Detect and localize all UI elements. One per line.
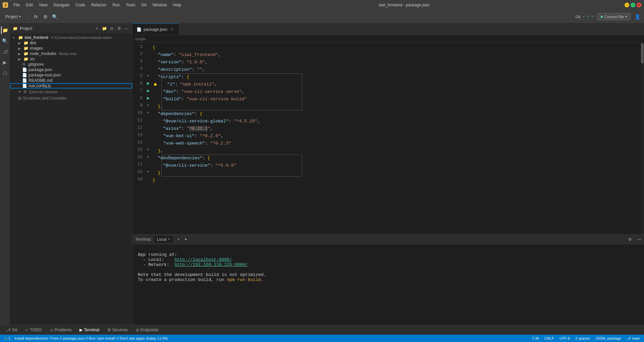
new-folder-btn[interactable]: 📁: [101, 25, 107, 32]
gutter-icon-15[interactable]: ▼: [145, 146, 151, 153]
code-line-11[interactable]: "@vue/cli-service-global": "^4.5.19",: [153, 118, 641, 125]
maximize-button[interactable]: □: [631, 3, 635, 7]
sidebar-item-images[interactable]: ▶ 📁 images: [10, 46, 132, 51]
sidebar-item-package-lock[interactable]: 📄 package-lock.json: [10, 72, 132, 78]
sidebar-item-package-json[interactable]: 📄 package.json: [10, 67, 132, 72]
code-line-7[interactable]: "dev": "vue-cli-service serve",: [153, 88, 641, 96]
menu-bar[interactable]: FileEditViewNavigateCodeRefactorRunTools…: [11, 2, 184, 8]
scratches-and-consoles[interactable]: ⊞ Scratches and Consoles: [10, 95, 132, 102]
minimize-button[interactable]: ─: [625, 3, 629, 7]
settings-icon[interactable]: ⚙: [41, 13, 49, 21]
search-activity-icon[interactable]: 🔍: [1, 37, 9, 45]
project-selector[interactable]: Project ▾: [3, 13, 23, 20]
status-line-ending[interactable]: CRLF: [543, 336, 555, 340]
menu-item-run[interactable]: Run: [110, 2, 122, 8]
gutter-icon-7[interactable]: ▶: [145, 87, 151, 94]
gutter-icon-10[interactable]: ▼: [145, 109, 151, 116]
external-libraries[interactable]: ⊞ External Libraries: [10, 89, 132, 95]
sidebar-item-dist[interactable]: ▶ 📁 dist: [10, 40, 132, 46]
code-line-16[interactable]: "devDependencies": {: [153, 155, 641, 162]
terminal-tab-close[interactable]: ✕: [168, 237, 170, 241]
code-line-10[interactable]: "dependencies": {: [153, 110, 641, 118]
bottom-nav-item-todo[interactable]: ✓TODO: [22, 327, 45, 333]
gutter-icon-5[interactable]: ▼: [145, 72, 151, 79]
settings-btn[interactable]: ⚙: [116, 25, 122, 32]
code-line-8[interactable]: "build": "vue-cli-service build": [153, 96, 641, 103]
network-url-link[interactable]: http://192.168.110.225:8080/: [174, 262, 248, 267]
code-line-6[interactable]: "i": "npm install",: [153, 81, 641, 88]
window-controls[interactable]: ─ □ ✕: [625, 3, 641, 7]
code-line-12[interactable]: "axios": "^0.21.1",: [153, 125, 641, 132]
fold-icon[interactable]: ▼: [147, 148, 150, 151]
fold-icon[interactable]: ▼: [147, 155, 150, 159]
bottom-nav-item-endpoints[interactable]: ◎Endpoints: [132, 327, 162, 333]
code-line-5[interactable]: "scripts": {: [153, 73, 641, 81]
terminal-minimize-button[interactable]: —: [637, 237, 641, 242]
bottom-nav-item-services[interactable]: ⚙Services: [104, 327, 131, 333]
sidebar-item-src[interactable]: ▶ 📁 src: [10, 56, 132, 62]
menu-item-window[interactable]: Window: [150, 2, 170, 8]
menu-item-view[interactable]: View: [36, 2, 50, 8]
code-line-3[interactable]: "version": "1.0.0",: [153, 59, 641, 66]
bottom-nav-item-terminal[interactable]: ▶Terminal: [76, 327, 102, 333]
search-icon[interactable]: 🔍: [51, 13, 59, 21]
terminal-add-button[interactable]: +: [176, 236, 181, 242]
run-line-icon[interactable]: ▶: [147, 89, 150, 93]
status-file-type[interactable]: JSON: package: [594, 336, 623, 340]
sync-icon[interactable]: ⟳: [32, 13, 40, 21]
new-file-btn[interactable]: +: [94, 25, 100, 32]
sidebar-item-readme[interactable]: 📄 README.md: [10, 78, 132, 83]
user-icon[interactable]: 👤: [633, 13, 641, 21]
fold-icon[interactable]: ▼: [147, 104, 150, 107]
terminal-more-button[interactable]: ▾: [183, 236, 188, 242]
close-button[interactable]: ✕: [637, 3, 641, 7]
status-indent[interactable]: 2 spaces: [574, 336, 591, 340]
code-line-4[interactable]: "description": "",: [153, 66, 641, 73]
gutter-icon-18[interactable]: ▼: [145, 168, 151, 175]
code-editor[interactable]: 12345▼6▶7▶8▶9▼10▼1112131415▼16▼1718▼19 {…: [132, 43, 644, 234]
code-line-18[interactable]: }: [153, 169, 641, 177]
code-line-17[interactable]: "@vue/cli-service": "^5.0.8": [153, 162, 641, 169]
fold-icon[interactable]: ▼: [147, 111, 150, 114]
code-line-14[interactable]: "vue-web-speech": "^0.2.3": [153, 140, 641, 147]
menu-item-file[interactable]: File: [11, 2, 22, 8]
menu-item-code[interactable]: Code: [73, 2, 88, 8]
code-lines[interactable]: { "name": "siwi_frontend", "version": "1…: [151, 43, 641, 234]
collapse-all-btn[interactable]: ⊖: [109, 25, 115, 32]
run-line-icon[interactable]: ▶: [147, 96, 150, 100]
sidebar-item-vue-config[interactable]: 📄 vue.config.js: [10, 83, 132, 89]
status-encoding[interactable]: UTF-8: [558, 336, 571, 340]
editor-tab-package-json[interactable]: 📄 package.json ✕: [132, 23, 179, 35]
bottom-nav-item-git[interactable]: ⎇Git: [3, 327, 20, 333]
scrollbar-thumb[interactable]: [641, 43, 644, 63]
gutter-icon-6[interactable]: ▶: [145, 79, 151, 87]
gutter-icon-9[interactable]: ▼: [145, 102, 151, 109]
code-line-19[interactable]: }: [153, 177, 641, 184]
git-activity-icon[interactable]: ⎇: [1, 48, 9, 56]
status-position[interactable]: 7:36: [531, 336, 540, 340]
bottom-nav-item-problems[interactable]: ⚠Problems: [46, 327, 75, 333]
tab-close-button[interactable]: ✕: [169, 27, 175, 32]
fold-icon[interactable]: ▼: [147, 74, 150, 77]
code-line-15[interactable]: },: [153, 147, 641, 155]
sidebar-item-node-modules[interactable]: ▶ 📁 node_modules library root: [10, 51, 132, 56]
gutter-icon-16[interactable]: ▼: [145, 153, 151, 161]
status-warning[interactable]: ⚠ 1: [3, 336, 12, 341]
sidebar-actions[interactable]: + 📁 ⊖ ⚙ —: [94, 25, 129, 32]
gutter-icon-8[interactable]: ▶: [145, 94, 151, 102]
menu-item-git[interactable]: Git: [139, 2, 149, 8]
menu-item-help[interactable]: Help: [170, 2, 184, 8]
menu-item-navigate[interactable]: Navigate: [51, 2, 72, 8]
status-branch[interactable]: ⎇ main: [625, 336, 641, 341]
extensions-activity-icon[interactable]: ⬡: [1, 69, 9, 77]
menu-item-edit[interactable]: Edit: [23, 2, 36, 8]
menu-item-refactor[interactable]: Refactor: [89, 2, 109, 8]
code-line-2[interactable]: "name": "siwi_frontend",: [153, 51, 641, 59]
sidebar-item-gitignore[interactable]: ⚙ .gitignore: [10, 62, 132, 67]
fold-icon[interactable]: ▼: [147, 170, 150, 173]
code-line-9[interactable]: },: [153, 103, 641, 110]
scrollbar-vertical[interactable]: [641, 43, 644, 234]
code-line-1[interactable]: {: [153, 44, 641, 51]
code-line-13[interactable]: "vue-bot-ui": "^0.2.6",: [153, 132, 641, 140]
tree-root[interactable]: ▾ 📁 siwi_frontend F:\ConversationSystem\…: [10, 35, 132, 40]
